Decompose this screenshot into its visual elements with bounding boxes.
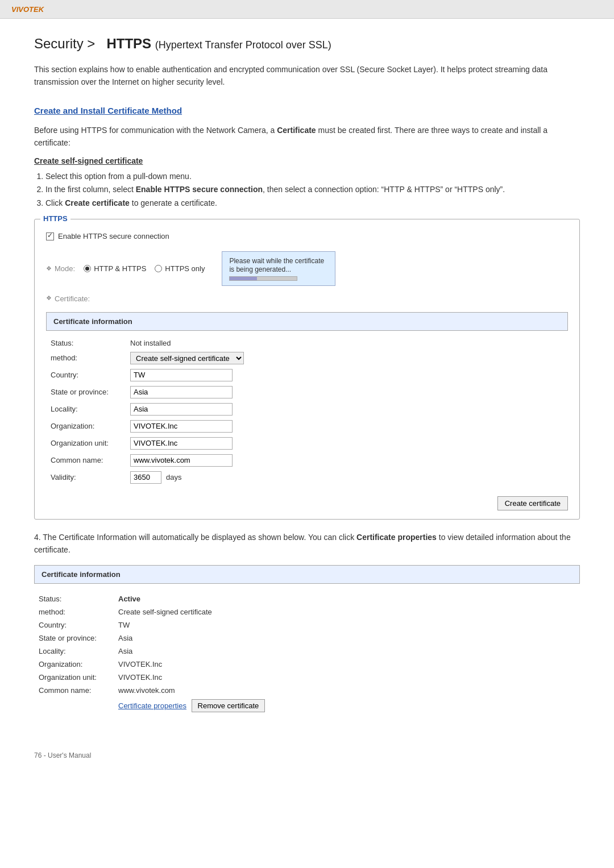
- common-cell[interactable]: [126, 452, 568, 469]
- state2-value: Asia: [114, 632, 580, 645]
- row2-org-unit: Organization unit: VIVOTEK.Inc: [34, 671, 580, 684]
- method-select[interactable]: Create self-signed certificate: [130, 352, 244, 364]
- https-box: HTTPS Enable HTTPS secure connection ❖ M…: [34, 219, 580, 520]
- mode-options: HTTP & HTTPS HTTPS only: [84, 264, 205, 273]
- row-common: Common name:: [46, 452, 568, 469]
- row2-actions: Certificate properties Remove certificat…: [34, 697, 580, 715]
- method-cell[interactable]: Create self-signed certificate: [126, 350, 568, 367]
- org-unit2-label: Organization unit:: [34, 671, 114, 684]
- enable-checkbox[interactable]: [46, 232, 54, 240]
- main-content: Security > HTTPS (Hypertext Transfer Pro…: [0, 19, 614, 746]
- section-heading: Create and Install Certificate Method: [34, 106, 580, 115]
- page-title-subtitle: (Hypertext Transfer Protocol over SSL): [155, 39, 331, 51]
- cert-info-box: Certificate information: [46, 312, 568, 331]
- country-cell[interactable]: [126, 367, 568, 384]
- https-box-title: HTTPS: [40, 214, 70, 223]
- enable-checkbox-row[interactable]: Enable HTTPS secure connection: [46, 231, 568, 243]
- step-3: Click Create certificate to generate a c…: [45, 197, 580, 210]
- status2-value: Active: [114, 592, 580, 605]
- row-method: method: Create self-signed certificate: [46, 350, 568, 367]
- row-org-unit: Organization unit:: [46, 435, 568, 452]
- footer-text: 76 - User's Manual: [34, 751, 91, 759]
- org-unit2-value: VIVOTEK.Inc: [114, 671, 580, 684]
- org-cell[interactable]: [126, 418, 568, 435]
- locality-input[interactable]: [130, 403, 233, 416]
- row2-state: State or province: Asia: [34, 632, 580, 645]
- row2-common: Common name: www.vivotek.com: [34, 684, 580, 697]
- org2-value: VIVOTEK.Inc: [114, 658, 580, 671]
- mode-label: Mode:: [55, 264, 75, 273]
- state-cell[interactable]: [126, 384, 568, 401]
- common2-value: www.vivotek.com: [114, 684, 580, 697]
- mode-https-only-label: HTTPS only: [165, 264, 205, 273]
- brand-label: VIVOTEK: [11, 5, 44, 14]
- cert-table2: Status: Active method: Create self-signe…: [34, 592, 580, 715]
- toast-text: Please wait while the certificate is bei…: [229, 257, 324, 273]
- row-validity: Validity: days: [46, 469, 568, 486]
- country2-value: TW: [114, 618, 580, 632]
- common-input[interactable]: [130, 454, 233, 467]
- org-label: Organization:: [46, 418, 126, 435]
- header-bar: VIVOTEK: [0, 0, 614, 19]
- mode-http-https[interactable]: HTTP & HTTPS: [84, 264, 146, 273]
- cert-info2-title: Certificate information: [42, 570, 572, 579]
- status2-label: Status:: [34, 592, 114, 605]
- toast-popup: Please wait while the certificate is bei…: [222, 251, 335, 286]
- enable-label: Enable HTTPS secure connection: [58, 231, 169, 243]
- mode-row: ❖ Mode: HTTP & HTTPS HTTPS only Please w…: [46, 251, 568, 286]
- row-org: Organization:: [46, 418, 568, 435]
- page-title-https: HTTPS: [106, 36, 151, 51]
- cert-label: Certificate:: [55, 294, 90, 303]
- cert-table: Status: Not installed method: Create sel…: [46, 337, 568, 486]
- locality2-label: Locality:: [34, 645, 114, 658]
- locality-cell[interactable]: [126, 401, 568, 418]
- status-label: Status:: [46, 337, 126, 350]
- sub-heading-create: Create self-signed certificate: [34, 156, 580, 165]
- page-title: Security > HTTPS (Hypertext Transfer Pro…: [34, 36, 580, 52]
- steps-list: Select this option from a pull-down menu…: [45, 170, 580, 210]
- create-certificate-button[interactable]: Create certificate: [497, 496, 568, 510]
- common2-label: Common name:: [34, 684, 114, 697]
- create-btn-row: Create certificate: [46, 491, 568, 510]
- mode-http-https-label: HTTP & HTTPS: [94, 264, 146, 273]
- footer-bar: 76 - User's Manual: [0, 746, 614, 765]
- org-input[interactable]: [130, 420, 233, 433]
- row-locality: Locality:: [46, 401, 568, 418]
- actions-cell: Certificate properties Remove certificat…: [114, 697, 580, 715]
- country-label: Country:: [46, 367, 126, 384]
- row2-status: Status: Active: [34, 592, 580, 605]
- radio-http-https[interactable]: [84, 265, 91, 272]
- intro-paragraph: This section explains how to enable auth…: [34, 63, 580, 89]
- row2-locality: Locality: Asia: [34, 645, 580, 658]
- step-2: In the first column, select Enable HTTPS…: [45, 183, 580, 197]
- cert-info-title: Certificate information: [53, 317, 561, 326]
- org-unit-input[interactable]: [130, 437, 233, 450]
- remove-certificate-button[interactable]: Remove certificate: [192, 699, 265, 712]
- validity-row: days: [130, 471, 563, 484]
- validity-input[interactable]: [130, 471, 161, 484]
- state-label: State or province:: [46, 384, 126, 401]
- progress-bar-inner: [230, 277, 256, 280]
- cert-properties-link[interactable]: Certificate properties: [118, 701, 186, 710]
- country2-label: Country:: [34, 618, 114, 632]
- body-text1: Before using HTTPS for communication wit…: [34, 124, 580, 149]
- method2-value: Create self-signed certificate: [114, 605, 580, 618]
- org2-label: Organization:: [34, 658, 114, 671]
- row2-org: Organization: VIVOTEK.Inc: [34, 658, 580, 671]
- validity-unit: days: [166, 473, 181, 481]
- cert-info-box2: Certificate information: [34, 565, 580, 584]
- row-country: Country:: [46, 367, 568, 384]
- validity-cell[interactable]: days: [126, 469, 568, 486]
- org-unit-cell[interactable]: [126, 435, 568, 452]
- radio-https-only[interactable]: [155, 265, 162, 272]
- org-unit-label: Organization unit:: [46, 435, 126, 452]
- cert-icon: ❖: [46, 294, 52, 302]
- state-input[interactable]: [130, 386, 233, 398]
- country-input[interactable]: [130, 369, 233, 381]
- method-label: method:: [46, 350, 126, 367]
- row-state: State or province:: [46, 384, 568, 401]
- mode-https-only[interactable]: HTTPS only: [155, 264, 205, 273]
- validity-label: Validity:: [46, 469, 126, 486]
- state2-label: State or province:: [34, 632, 114, 645]
- progress-bar-outer: [229, 276, 297, 281]
